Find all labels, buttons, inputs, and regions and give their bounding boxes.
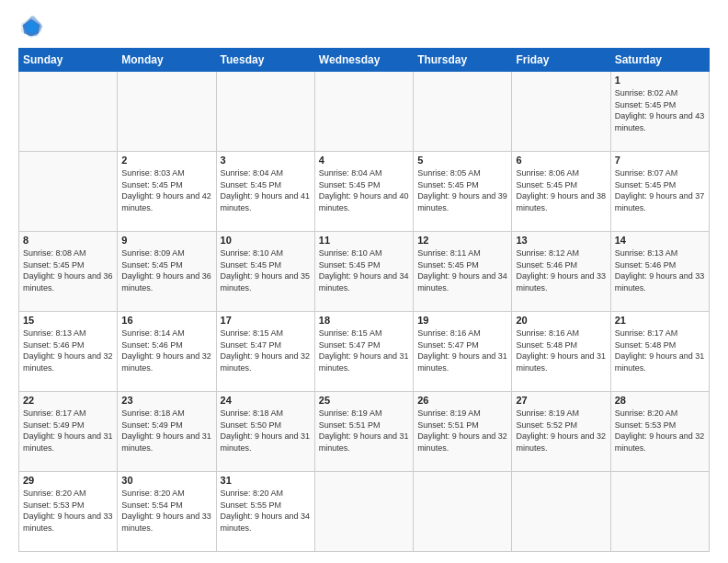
day-info: Sunrise: 8:17 AMSunset: 5:48 PMDaylight:…: [615, 327, 705, 373]
day-info: Sunrise: 8:10 AMSunset: 5:45 PMDaylight:…: [221, 247, 311, 293]
day-number: 8: [23, 235, 113, 246]
calendar-empty-cell: [512, 472, 610, 552]
day-info: Sunrise: 8:03 AMSunset: 5:45 PMDaylight:…: [121, 167, 211, 213]
day-number: 29: [23, 475, 113, 486]
day-info: Sunrise: 8:20 AMSunset: 5:53 PMDaylight:…: [23, 488, 113, 534]
day-number: 12: [417, 235, 507, 246]
calendar-day-cell: 29 Sunrise: 8:20 AMSunset: 5:53 PMDaylig…: [19, 472, 118, 552]
day-of-week-header: Tuesday: [216, 49, 314, 72]
day-number: 15: [23, 315, 113, 326]
day-of-week-header: Wednesday: [314, 49, 413, 72]
calendar-week-row: 15 Sunrise: 8:13 AMSunset: 5:46 PMDaylig…: [19, 312, 710, 392]
day-number: 27: [516, 395, 606, 406]
day-info: Sunrise: 8:04 AMSunset: 5:45 PMDaylight:…: [221, 167, 311, 213]
calendar-week-row: 22 Sunrise: 8:17 AMSunset: 5:49 PMDaylig…: [19, 392, 710, 472]
day-number: 2: [121, 155, 211, 166]
day-info: Sunrise: 8:13 AMSunset: 5:46 PMDaylight:…: [615, 247, 705, 293]
calendar-day-cell: 17 Sunrise: 8:15 AMSunset: 5:47 PMDaylig…: [216, 312, 314, 392]
calendar-empty-cell: [414, 72, 512, 152]
day-number: 26: [417, 395, 507, 406]
calendar-day-cell: 8 Sunrise: 8:08 AMSunset: 5:45 PMDayligh…: [19, 232, 118, 312]
calendar-day-cell: 7 Sunrise: 8:07 AMSunset: 5:45 PMDayligh…: [610, 152, 709, 232]
calendar-day-cell: 13 Sunrise: 8:12 AMSunset: 5:46 PMDaylig…: [512, 232, 610, 312]
day-number: 3: [221, 155, 311, 166]
day-info: Sunrise: 8:02 AMSunset: 5:45 PMDaylight:…: [615, 87, 705, 133]
calendar-day-cell: 23 Sunrise: 8:18 AMSunset: 5:49 PMDaylig…: [118, 392, 216, 472]
calendar-day-cell: 26 Sunrise: 8:19 AMSunset: 5:51 PMDaylig…: [414, 392, 512, 472]
calendar-day-cell: 24 Sunrise: 8:18 AMSunset: 5:50 PMDaylig…: [216, 392, 314, 472]
day-info: Sunrise: 8:17 AMSunset: 5:49 PMDaylight:…: [23, 408, 113, 454]
calendar-day-cell: 6 Sunrise: 8:06 AMSunset: 5:45 PMDayligh…: [512, 152, 610, 232]
day-number: 6: [516, 155, 606, 166]
day-info: Sunrise: 8:18 AMSunset: 5:49 PMDaylight:…: [121, 408, 211, 454]
logo: [18, 15, 48, 40]
calendar-empty-cell: [19, 72, 118, 152]
day-of-week-header: Thursday: [414, 49, 512, 72]
calendar-header-row: SundayMondayTuesdayWednesdayThursdayFrid…: [19, 49, 710, 72]
day-number: 10: [221, 235, 311, 246]
calendar-day-cell: 30 Sunrise: 8:20 AMSunset: 5:54 PMDaylig…: [118, 472, 216, 552]
day-of-week-header: Saturday: [610, 49, 709, 72]
day-number: 11: [319, 235, 409, 246]
calendar-day-cell: 10 Sunrise: 8:10 AMSunset: 5:45 PMDaylig…: [216, 232, 314, 312]
day-info: Sunrise: 8:07 AMSunset: 5:45 PMDaylight:…: [615, 167, 705, 213]
calendar-table: SundayMondayTuesdayWednesdayThursdayFrid…: [18, 48, 710, 552]
day-number: 13: [516, 235, 606, 246]
day-info: Sunrise: 8:20 AMSunset: 5:55 PMDaylight:…: [221, 488, 311, 534]
calendar-day-cell: 27 Sunrise: 8:19 AMSunset: 5:52 PMDaylig…: [512, 392, 610, 472]
calendar-day-cell: 11 Sunrise: 8:10 AMSunset: 5:45 PMDaylig…: [314, 232, 413, 312]
calendar-day-cell: 18 Sunrise: 8:15 AMSunset: 5:47 PMDaylig…: [314, 312, 413, 392]
calendar-week-row: 29 Sunrise: 8:20 AMSunset: 5:53 PMDaylig…: [19, 472, 710, 552]
day-info: Sunrise: 8:16 AMSunset: 5:48 PMDaylight:…: [516, 327, 606, 373]
day-number: 18: [319, 315, 409, 326]
calendar-day-cell: 28 Sunrise: 8:20 AMSunset: 5:53 PMDaylig…: [610, 392, 709, 472]
calendar-day-cell: 3 Sunrise: 8:04 AMSunset: 5:45 PMDayligh…: [216, 152, 314, 232]
calendar-day-cell: 20 Sunrise: 8:16 AMSunset: 5:48 PMDaylig…: [512, 312, 610, 392]
day-number: 5: [417, 155, 507, 166]
calendar-day-cell: 31 Sunrise: 8:20 AMSunset: 5:55 PMDaylig…: [216, 472, 314, 552]
calendar-day-cell: 22 Sunrise: 8:17 AMSunset: 5:49 PMDaylig…: [19, 392, 118, 472]
calendar-day-cell: 21 Sunrise: 8:17 AMSunset: 5:48 PMDaylig…: [610, 312, 709, 392]
day-of-week-header: Friday: [512, 49, 610, 72]
day-info: Sunrise: 8:13 AMSunset: 5:46 PMDaylight:…: [23, 327, 113, 373]
page: SundayMondayTuesdayWednesdayThursdayFrid…: [0, 0, 728, 563]
day-number: 17: [221, 315, 311, 326]
calendar-empty-cell: [19, 152, 118, 232]
day-number: 25: [319, 395, 409, 406]
day-info: Sunrise: 8:05 AMSunset: 5:45 PMDaylight:…: [417, 167, 507, 213]
day-number: 21: [615, 315, 705, 326]
calendar-week-row: 8 Sunrise: 8:08 AMSunset: 5:45 PMDayligh…: [19, 232, 710, 312]
calendar-empty-cell: [216, 72, 314, 152]
day-number: 1: [615, 75, 705, 86]
header: [18, 15, 710, 40]
day-info: Sunrise: 8:04 AMSunset: 5:45 PMDaylight:…: [319, 167, 409, 213]
day-number: 16: [121, 315, 211, 326]
day-info: Sunrise: 8:12 AMSunset: 5:46 PMDaylight:…: [516, 247, 606, 293]
day-number: 30: [121, 475, 211, 486]
day-number: 4: [319, 155, 409, 166]
day-info: Sunrise: 8:19 AMSunset: 5:51 PMDaylight:…: [417, 408, 507, 454]
day-number: 14: [615, 235, 705, 246]
calendar-empty-cell: [414, 472, 512, 552]
day-info: Sunrise: 8:06 AMSunset: 5:45 PMDaylight:…: [516, 167, 606, 213]
day-number: 9: [121, 235, 211, 246]
day-number: 31: [221, 475, 311, 486]
day-number: 20: [516, 315, 606, 326]
calendar-week-row: 2 Sunrise: 8:03 AMSunset: 5:45 PMDayligh…: [19, 152, 710, 232]
day-info: Sunrise: 8:14 AMSunset: 5:46 PMDaylight:…: [121, 327, 211, 373]
calendar-empty-cell: [314, 472, 413, 552]
calendar-day-cell: 5 Sunrise: 8:05 AMSunset: 5:45 PMDayligh…: [414, 152, 512, 232]
day-info: Sunrise: 8:16 AMSunset: 5:47 PMDaylight:…: [417, 327, 507, 373]
day-of-week-header: Sunday: [19, 49, 118, 72]
day-info: Sunrise: 8:10 AMSunset: 5:45 PMDaylight:…: [319, 247, 409, 293]
calendar-empty-cell: [512, 72, 610, 152]
calendar-day-cell: 14 Sunrise: 8:13 AMSunset: 5:46 PMDaylig…: [610, 232, 709, 312]
day-number: 19: [417, 315, 507, 326]
day-of-week-header: Monday: [118, 49, 216, 72]
day-info: Sunrise: 8:20 AMSunset: 5:54 PMDaylight:…: [121, 488, 211, 534]
calendar-day-cell: 19 Sunrise: 8:16 AMSunset: 5:47 PMDaylig…: [414, 312, 512, 392]
calendar-empty-cell: [610, 472, 709, 552]
calendar-day-cell: 2 Sunrise: 8:03 AMSunset: 5:45 PMDayligh…: [118, 152, 216, 232]
calendar-day-cell: 9 Sunrise: 8:09 AMSunset: 5:45 PMDayligh…: [118, 232, 216, 312]
day-info: Sunrise: 8:19 AMSunset: 5:52 PMDaylight:…: [516, 408, 606, 454]
